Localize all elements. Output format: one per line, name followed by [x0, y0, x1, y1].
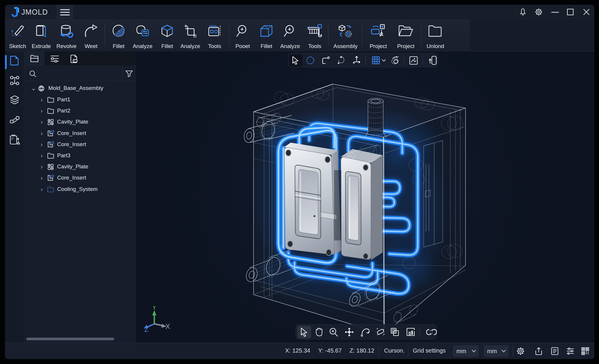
svg-text:Z: Z	[144, 325, 149, 333]
svg-text:X: X	[165, 322, 170, 330]
svg-text:Y: Y	[152, 306, 157, 311]
